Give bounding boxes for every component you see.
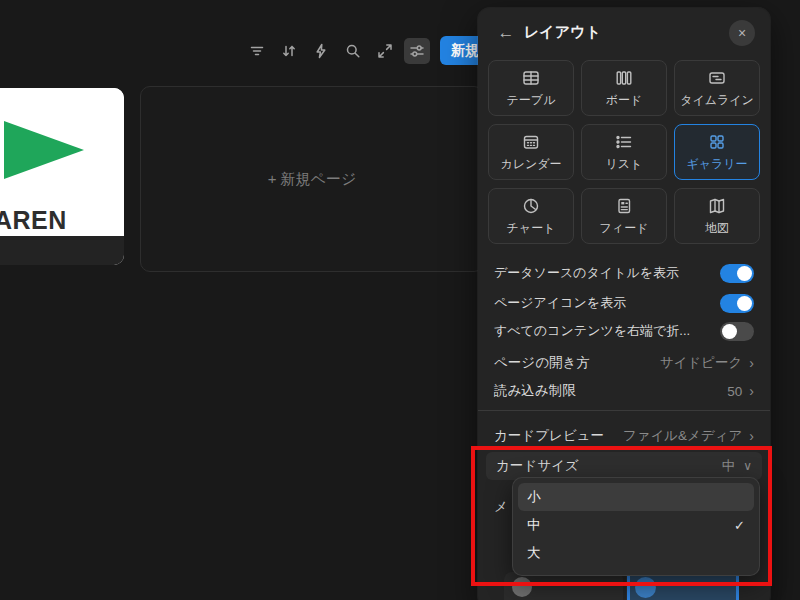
toggle-wrap-all-content[interactable]: すべてのコンテンツを右端で折...: [494, 318, 754, 344]
board-icon: [614, 68, 634, 88]
row-value: 50: [727, 384, 742, 399]
map-icon: [707, 196, 727, 216]
card-title-bar: [0, 236, 124, 265]
panel-title: レイアウト: [524, 23, 601, 42]
layout-option-timeline[interactable]: タイムライン: [674, 60, 760, 116]
layout-type-grid: テーブル ボード タイムライン カレンダー リスト: [488, 60, 760, 244]
lightning-icon[interactable]: [308, 38, 334, 64]
new-page-button[interactable]: + 新規ページ: [140, 86, 484, 272]
toggle-knob: [737, 266, 752, 281]
new-page-label: + 新規ページ: [268, 170, 357, 189]
chevron-down-icon: ∨: [743, 459, 752, 473]
row-page-open-mode[interactable]: ページの開き方 サイドピーク ›: [494, 350, 754, 376]
row-load-limit[interactable]: 読み込み制限 50 ›: [494, 378, 754, 404]
layout-option-label: ギャラリー: [686, 156, 747, 173]
layout-option-calendar[interactable]: カレンダー: [488, 124, 574, 180]
obscured-media-label: メ: [494, 498, 508, 516]
layout-option-board[interactable]: ボード: [581, 60, 667, 116]
toggle-knob: [737, 296, 752, 311]
layout-option-list[interactable]: リスト: [581, 124, 667, 180]
close-icon[interactable]: ×: [729, 20, 755, 46]
layout-option-label: 地図: [705, 220, 729, 237]
card-size-dropdown: 小 中 ✓ 大: [512, 477, 760, 576]
layout-option-label: リスト: [606, 156, 643, 173]
gallery-icon: [707, 132, 727, 152]
layout-option-map[interactable]: 地図: [674, 188, 760, 244]
row-label: カードプレビュー: [494, 427, 606, 445]
toggle-show-datasource-title[interactable]: データソースのタイトルを表示: [494, 260, 754, 286]
layout-option-label: タイムライン: [680, 92, 754, 109]
timeline-icon: [707, 68, 727, 88]
view-toolbar: 新規 ∨: [244, 36, 513, 65]
dropdown-option-large[interactable]: 大: [518, 539, 754, 567]
expand-icon[interactable]: [372, 38, 398, 64]
media-position-option-left[interactable]: [504, 572, 623, 600]
toggle-switch-off[interactable]: [720, 322, 754, 341]
row-label: ページの開き方: [494, 354, 660, 372]
layout-settings-panel: ← レイアウト × テーブル ボード タイムライン: [478, 8, 770, 600]
card-cover-image: AREN: [0, 88, 124, 236]
table-icon: [521, 68, 541, 88]
option-label: 大: [527, 544, 745, 562]
row-value: ファイル&メディア: [623, 427, 743, 445]
row-value: 中: [722, 457, 736, 475]
row-value: サイドピーク: [660, 354, 743, 372]
gray-circle-icon: [512, 577, 532, 597]
row-card-size[interactable]: カードサイズ 中 ∨: [486, 452, 762, 480]
toggle-knob: [722, 324, 737, 339]
layout-option-label: チャート: [507, 220, 556, 237]
card-logo-text: AREN: [0, 206, 67, 235]
chart-icon: [521, 196, 541, 216]
chevron-right-icon: ›: [749, 355, 754, 371]
calendar-icon: [521, 132, 541, 152]
row-label: カードサイズ: [496, 457, 722, 475]
layout-option-table[interactable]: テーブル: [488, 60, 574, 116]
toggle-label: すべてのコンテンツを右端で折...: [494, 322, 690, 340]
section-divider: [478, 410, 770, 411]
panel-header: ← レイアウト ×: [478, 18, 770, 48]
list-icon: [614, 132, 634, 152]
chevron-right-icon: ›: [749, 428, 754, 444]
gallery-card-mclaren[interactable]: AREN: [0, 88, 124, 265]
chevron-right-icon: ›: [749, 383, 754, 399]
layout-option-feed[interactable]: フィード: [581, 188, 667, 244]
row-card-preview[interactable]: カードプレビュー ファイル&メディア ›: [494, 416, 754, 456]
dropdown-option-medium[interactable]: 中 ✓: [518, 511, 754, 539]
blue-circle-icon: [635, 577, 656, 598]
filter-icon[interactable]: [244, 38, 270, 64]
layout-option-label: ボード: [606, 92, 643, 109]
option-label: 中: [527, 516, 734, 534]
option-label: 小: [527, 488, 745, 506]
layout-option-label: カレンダー: [500, 156, 561, 173]
feed-icon: [614, 196, 634, 216]
row-label: 読み込み制限: [494, 382, 727, 400]
view-settings-icon[interactable]: [404, 38, 430, 64]
layout-option-gallery[interactable]: ギャラリー: [674, 124, 760, 180]
media-position-option-selected[interactable]: [626, 572, 738, 600]
check-icon: ✓: [734, 518, 745, 533]
layout-option-label: フィード: [600, 220, 649, 237]
toggle-switch-on[interactable]: [720, 264, 754, 283]
layout-option-label: テーブル: [507, 92, 556, 109]
layout-option-chart[interactable]: チャート: [488, 188, 574, 244]
toggle-show-page-icon[interactable]: ページアイコンを表示: [494, 290, 754, 316]
dropdown-option-small[interactable]: 小: [518, 483, 754, 511]
sort-icon[interactable]: [276, 38, 302, 64]
toggle-switch-on[interactable]: [720, 294, 754, 313]
app-window: AREN + 新規ページ 新規 ∨ ←: [0, 0, 800, 600]
toggle-label: データソースのタイトルを表示: [494, 264, 679, 282]
back-icon[interactable]: ←: [494, 21, 518, 45]
toggle-label: ページアイコンを表示: [494, 294, 626, 312]
search-icon[interactable]: [340, 38, 366, 64]
